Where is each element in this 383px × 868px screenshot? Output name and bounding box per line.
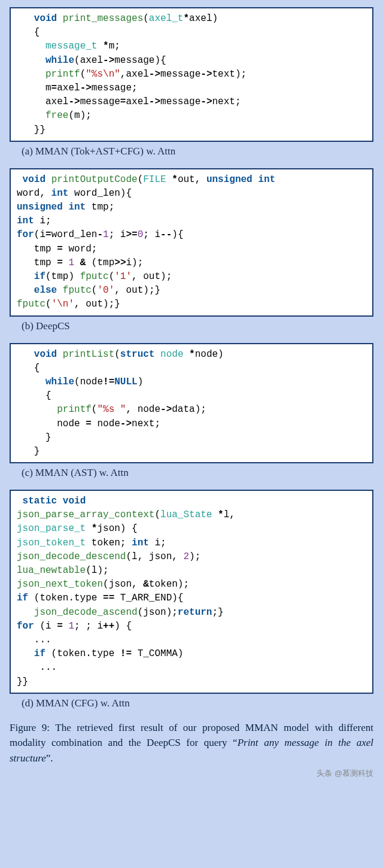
code-box-d: static void json_parse_array_context(lua…	[10, 490, 373, 694]
watermark: 头条 @慕测科技	[10, 768, 373, 779]
panel-a: void print_messages(axel_t*axel) { messa…	[10, 7, 373, 157]
caption-b: (b) DeepCS	[22, 320, 371, 332]
panel-c: void printList(struct node *node) { whil…	[10, 343, 373, 479]
caption-a: (a) MMAN (Tok+AST+CFG) w. Attn	[22, 145, 371, 157]
caption-d: (d) MMAN (CFG) w. Attn	[22, 697, 371, 709]
panel-b: void printOutputCode(FILE *out, unsigned…	[10, 168, 373, 332]
caption-c: (c) MMAN (AST) w. Attn	[22, 467, 371, 479]
code-box-b: void printOutputCode(FILE *out, unsigned…	[10, 168, 373, 317]
code-box-a: void print_messages(axel_t*axel) { messa…	[10, 7, 373, 142]
caption-suffix: ”.	[46, 752, 53, 764]
code-box-c: void printList(struct node *node) { whil…	[10, 343, 373, 464]
panel-d: static void json_parse_array_context(lua…	[10, 490, 373, 709]
figure-caption: Figure 9: The retrieved first result of …	[10, 720, 373, 766]
